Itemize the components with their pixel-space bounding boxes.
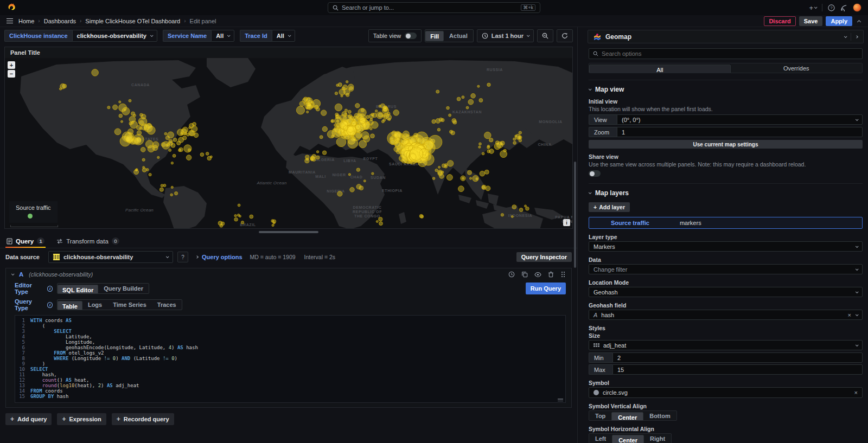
min-input[interactable]: 2 bbox=[612, 352, 863, 363]
query-type-table[interactable]: Table bbox=[58, 301, 82, 310]
share-view-toggle[interactable] bbox=[589, 170, 601, 177]
layer-type-label: Layer type bbox=[589, 234, 863, 240]
query-builder-option[interactable]: Query Builder bbox=[98, 284, 149, 293]
time-range-picker[interactable]: Last 1 hour bbox=[477, 29, 534, 42]
add-layer-button[interactable]: +Add layer bbox=[589, 202, 630, 212]
options-search[interactable] bbox=[589, 48, 863, 59]
location-mode-select[interactable]: Geohash bbox=[589, 287, 863, 297]
svg-text:KAZAKHSTAN: KAZAKHSTAN bbox=[452, 110, 482, 114]
map-view-section-header[interactable]: Map view bbox=[589, 86, 863, 93]
zoom-out-time-button[interactable] bbox=[537, 29, 553, 42]
initial-view-description: This location will show when the panel f… bbox=[589, 106, 863, 112]
recorded-query-button[interactable]: +Recorded query bbox=[112, 413, 174, 425]
symbol-valign-group: Top Center Bottom bbox=[589, 410, 677, 421]
discard-button[interactable]: Discard bbox=[764, 16, 795, 26]
actual-option[interactable]: Actual bbox=[444, 30, 473, 42]
halign-right[interactable]: Right bbox=[644, 434, 671, 443]
geohash-field-select[interactable]: Ahash× bbox=[589, 310, 863, 320]
tab-transform-data[interactable]: Transform data 0 bbox=[55, 237, 120, 248]
layer-type-select[interactable]: Markers bbox=[589, 241, 863, 252]
symbol-halign-label: Symbol Horizontal Align bbox=[589, 426, 863, 432]
global-search[interactable]: ⌘+k bbox=[328, 2, 540, 13]
halign-center[interactable]: Center bbox=[612, 435, 644, 443]
refresh-button[interactable] bbox=[557, 29, 573, 42]
trash-icon[interactable] bbox=[548, 271, 554, 278]
valign-top[interactable]: Top bbox=[589, 411, 611, 420]
collapse-query-icon[interactable] bbox=[11, 272, 15, 275]
data-select[interactable]: Change filter bbox=[589, 264, 863, 274]
halign-left[interactable]: Left bbox=[589, 434, 612, 443]
eye-icon[interactable] bbox=[534, 272, 541, 278]
scrollbar[interactable] bbox=[574, 162, 576, 268]
breadcrumb-home[interactable]: Home bbox=[18, 18, 34, 24]
visualization-picker[interactable]: Geomap bbox=[588, 30, 864, 43]
menu-toggle-icon[interactable] bbox=[5, 17, 14, 25]
save-button[interactable]: Save bbox=[799, 16, 823, 26]
valign-bottom[interactable]: Bottom bbox=[643, 411, 676, 420]
panel-title[interactable]: Panel Title bbox=[5, 47, 572, 58]
view-label: View bbox=[589, 114, 617, 125]
symbol-select[interactable]: circle.svg× bbox=[589, 387, 863, 398]
variable-value-dropdown[interactable]: All bbox=[272, 30, 295, 42]
size-field-select[interactable]: adj_heat bbox=[589, 340, 863, 350]
sql-code[interactable]: 1WITH coords AS2 (3 SELECT4 Latitude,5 L… bbox=[15, 318, 565, 399]
drag-handle-icon[interactable] bbox=[560, 271, 566, 278]
search-input[interactable] bbox=[342, 4, 518, 11]
tab-all[interactable]: All bbox=[589, 65, 731, 73]
view-select[interactable]: (0°, 0°) bbox=[617, 114, 863, 125]
max-input[interactable]: 15 bbox=[612, 364, 863, 375]
variable-value-dropdown[interactable]: All bbox=[211, 30, 234, 42]
new-menu-button[interactable]: + bbox=[809, 4, 816, 12]
query-ref-id: A bbox=[19, 271, 23, 278]
world-map[interactable]: CANADAUNITED STATESRUSSIABELARUSKAZAKHST… bbox=[5, 58, 572, 228]
symbol-valign-label: Symbol Vertical Align bbox=[589, 403, 863, 409]
sql-editor-option[interactable]: SQL Editor bbox=[58, 285, 98, 294]
tab-overrides[interactable]: Overrides bbox=[731, 63, 863, 73]
history-icon[interactable] bbox=[508, 271, 515, 278]
query-options-toggle[interactable]: Query options bbox=[196, 254, 242, 260]
query-type-timeseries[interactable]: Time Series bbox=[107, 300, 152, 310]
svg-text:PAPUA NEW: PAPUA NEW bbox=[555, 215, 572, 219]
query-header[interactable]: A (clickhouse-observability) bbox=[6, 268, 571, 280]
copy-icon[interactable] bbox=[521, 271, 528, 278]
help-icon[interactable]: ? bbox=[828, 4, 835, 11]
sql-editor[interactable]: 1WITH coords AS2 (3 SELECT4 Latitude,5 L… bbox=[15, 315, 566, 403]
variable-value-dropdown[interactable]: clickhouse-observability bbox=[72, 30, 157, 42]
symbol-label: Symbol bbox=[589, 380, 863, 386]
layer-item-source-traffic[interactable]: Source traffic markers bbox=[589, 217, 863, 229]
use-current-map-settings-button[interactable]: Use current map settings bbox=[589, 140, 863, 149]
news-icon[interactable] bbox=[840, 4, 847, 11]
breadcrumb-dashboards[interactable]: Dashboards bbox=[44, 18, 76, 24]
datasource-help-button[interactable]: ? bbox=[177, 252, 188, 262]
map-layers-section-header[interactable]: Map layers bbox=[589, 189, 863, 197]
editor-resize-handle[interactable] bbox=[558, 397, 563, 401]
map-zoom-in-button[interactable]: + bbox=[8, 61, 15, 69]
legend-title: Source traffic bbox=[16, 204, 51, 211]
breadcrumb-dashboard-name[interactable]: Simple ClickHouse OTel Dashboard bbox=[85, 18, 180, 24]
fill-option[interactable]: Fill bbox=[425, 31, 444, 41]
valign-center[interactable]: Center bbox=[611, 412, 643, 421]
user-avatar[interactable] bbox=[853, 3, 861, 12]
collapse-topbar-icon[interactable] bbox=[856, 18, 863, 24]
run-query-button[interactable]: Run Query bbox=[526, 283, 566, 294]
clear-icon[interactable]: × bbox=[854, 389, 858, 396]
map-attribution-icon[interactable]: i bbox=[563, 219, 570, 226]
tab-query[interactable]: Query 1 bbox=[5, 237, 46, 248]
query-type-traces[interactable]: Traces bbox=[152, 300, 182, 310]
clear-icon[interactable]: × bbox=[848, 312, 851, 318]
options-search-input[interactable] bbox=[602, 50, 858, 57]
grafana-logo[interactable] bbox=[7, 3, 16, 12]
apply-button[interactable]: Apply bbox=[826, 16, 852, 26]
query-inspector-button[interactable]: Query Inspector bbox=[516, 252, 572, 262]
map-zoom-out-button[interactable]: − bbox=[8, 70, 15, 78]
expression-button[interactable]: +Expression bbox=[57, 413, 106, 425]
add-query-button[interactable]: +Add query bbox=[5, 413, 52, 425]
table-view-toggle[interactable] bbox=[405, 33, 417, 39]
zoom-input[interactable]: 1 bbox=[617, 127, 863, 137]
pane-splitter[interactable] bbox=[0, 229, 577, 235]
query-type-logs[interactable]: Logs bbox=[82, 300, 107, 310]
chevron-down-icon[interactable] bbox=[844, 35, 847, 38]
grafana-app: ⌘+k + ? Home › Dashboards › Simple Click… bbox=[0, 0, 868, 443]
collapse-options-icon[interactable] bbox=[855, 35, 858, 38]
datasource-picker[interactable]: clickhouse-observability bbox=[48, 251, 173, 263]
